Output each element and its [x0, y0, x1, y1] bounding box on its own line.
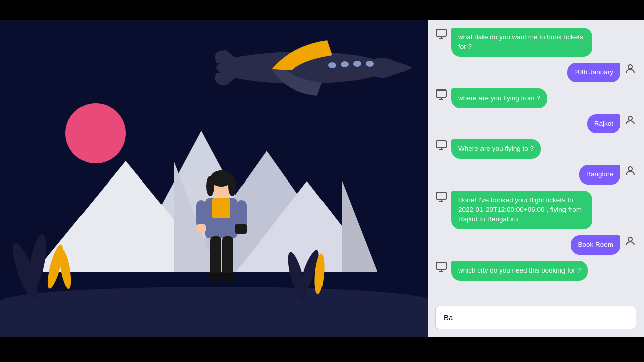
bot-bubble-5: Where are you flying to ?: [451, 139, 541, 159]
message-row-3: where are you flying from ?: [435, 88, 636, 108]
svg-rect-21: [236, 200, 247, 228]
airplane-illustration: [211, 35, 423, 101]
chat-messages: what date do you want me to book tickets…: [428, 20, 644, 301]
svg-rect-37: [436, 90, 446, 97]
user-avatar-icon: [624, 235, 636, 247]
user-avatar-icon: [624, 114, 636, 126]
svg-rect-45: [436, 192, 446, 199]
svg-rect-41: [436, 141, 446, 148]
message-row-7: Done! I've booked your flight tickets to…: [435, 191, 636, 229]
svg-rect-18: [212, 198, 230, 218]
user-avatar-icon: [624, 165, 636, 177]
bottom-bar: [0, 337, 644, 362]
bot-icon: [435, 261, 447, 273]
svg-point-16: [228, 176, 236, 196]
plants-left: [10, 211, 75, 312]
user-bubble-6: Banglore: [579, 165, 620, 185]
svg-point-40: [628, 116, 632, 120]
svg-point-32: [366, 61, 374, 67]
svg-rect-24: [222, 236, 233, 277]
message-row-8: Book Room: [435, 235, 636, 255]
message-row-1: what date do you want me to book tickets…: [435, 28, 636, 57]
svg-rect-19: [196, 200, 206, 228]
person-illustration: [181, 166, 262, 297]
bot-bubble-7: Done! I've booked your flight tickets to…: [451, 191, 592, 229]
svg-rect-33: [436, 29, 446, 36]
bot-icon: [435, 191, 447, 203]
bot-bubble-1: what date do you want me to book tickets…: [451, 28, 592, 57]
user-avatar-icon: [624, 63, 636, 75]
user-bubble-4: Rajkot: [587, 114, 620, 134]
message-row-4: Rajkot: [435, 114, 636, 134]
chat-input[interactable]: [435, 306, 636, 329]
svg-rect-20: [196, 224, 206, 233]
illustration-scene: [0, 20, 433, 337]
bot-icon: [435, 28, 447, 40]
user-bubble-2: 20th January: [567, 63, 620, 82]
user-bubble-8: Book Room: [571, 235, 620, 255]
svg-point-44: [628, 167, 632, 171]
bot-icon: [435, 88, 447, 101]
bot-bubble-9: which city do you need this booking for …: [451, 261, 588, 281]
bot-bubble-3: where are you flying from ?: [451, 88, 547, 108]
svg-point-31: [353, 61, 361, 67]
svg-rect-23: [210, 236, 221, 277]
top-bar: [0, 0, 644, 20]
svg-rect-49: [436, 262, 446, 269]
chat-panel: what date do you want me to book tickets…: [428, 20, 644, 337]
svg-point-29: [328, 62, 336, 68]
svg-point-48: [628, 237, 632, 241]
message-row-6: Banglore: [435, 165, 636, 185]
message-row-9: which city do you need this booking for …: [435, 261, 636, 281]
svg-point-15: [206, 176, 214, 196]
svg-point-36: [628, 65, 632, 69]
svg-rect-22: [235, 224, 247, 234]
message-row-2: 20th January: [435, 63, 636, 82]
message-row-5: Where are you flying to ?: [435, 139, 636, 159]
chat-input-area: [428, 301, 644, 337]
bot-icon: [435, 139, 447, 151]
plants-right: [282, 221, 332, 312]
svg-point-26: [220, 273, 236, 281]
svg-marker-5: [342, 181, 377, 272]
svg-point-30: [341, 61, 349, 67]
